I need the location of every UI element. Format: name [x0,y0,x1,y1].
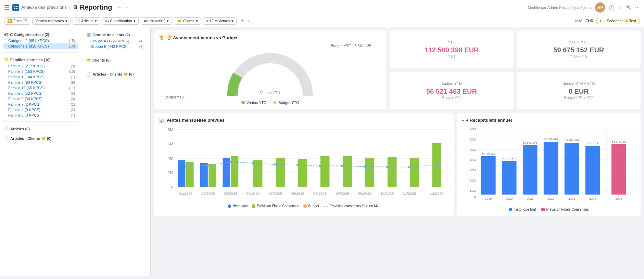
articles-clients2-title: 📄 Articles - Clients 🤝 (0) [86,71,147,78]
svg-text:60M: 60M [470,138,476,141]
ytd-label: YTD [448,40,455,44]
chevron-down-icon: ▾ [167,19,169,23]
chevron-down-icon: ▾ [65,19,67,23]
svg-text:03/2025: 03/2025 [224,192,238,195]
groupe-a-item[interactable]: Groupe A (1227 KPCS)(4) [86,38,147,44]
svg-text:40 770 622: 40 770 622 [481,152,495,155]
svg-text:52 543 145: 52 543 145 [523,141,537,144]
ventes-mensuelles-card: 📊 Ventes mensuelles prévues 8M 6M [154,113,454,216]
doc2-icon: 📄 [4,136,9,141]
articles-clients-title: 📄 Articles - Clients 🤝 (0) [3,135,78,142]
groupe-b-item[interactable]: Groupe B (442 KPCS)(2) [86,44,147,49]
breadcrumb-arrow: › [69,5,70,10]
svg-point-32 [229,161,232,163]
svg-text:4M: 4M [168,157,174,160]
nav-left-arrow[interactable]: ← [117,5,122,10]
famille-6-item[interactable]: Famille 6 (90 KPCS)(9) [3,80,78,85]
svg-text::: : [270,95,271,99]
filter-ventes[interactable]: Ventes clairsmes ▾ [32,17,70,25]
svg-text:2025: 2025 [615,197,622,200]
nav-right-arrow[interactable]: → [124,5,128,10]
clients-section: 🤝 Clients (0) [82,55,150,65]
legend-ventes-ytd: Ventes YTD [241,101,267,105]
avancement-title: 🏆 🏆 Avancement Ventes vs Budget [159,35,381,40]
famille-3-item[interactable]: Famille 3 (153 KPCS)(10) [3,69,78,74]
famille-8-item[interactable]: Famille 8 (0 KPCS)(7) [3,112,78,118]
svg-rect-22 [276,158,285,187]
svg-text:35 753 320: 35 753 320 [502,157,516,160]
famille-5-item[interactable]: Famille 5 (52 KPCS)(5) [3,91,78,96]
svg-text:2M: 2M [168,171,174,175]
consensus-line-legend [323,206,328,207]
famille-4-item[interactable]: Famille 4 (0 KPCS)(2) [3,107,78,112]
chart-icon: 📊 [159,118,164,123]
budget-ytd-ytg-sublabel: Budget YTD + YTG [564,96,593,100]
categorie-1-item[interactable]: Catégorie 1 (818 KPCS)(10) [3,43,78,49]
articles-title: 📄 Articles (0) [3,125,78,132]
scenario-value: Test [629,19,636,23]
legend-consensus-m1: Prévision consensus faite en M-1 [323,204,380,208]
ventes-chart-container: 8M 6M 4M 2M 0 [159,126,449,201]
svg-text:01/2025: 01/2025 [179,192,193,195]
ventes-legend: Historique Prévision Finale Consensus Bu… [159,204,449,208]
svg-rect-2 [16,6,17,7]
ytd-plus-sublabel: YTD + YTG [570,55,588,58]
avancement-card: 🏆 🏆 Avancement Ventes vs Budget Budget Y… [154,30,386,109]
svg-point-36 [319,165,321,167]
famille-1-item[interactable]: Famille 1 (144 KPCS)(1) [3,74,78,80]
scenario-badge[interactable]: ⟵ Scénario : Test [596,18,640,24]
avatar: AP [595,2,605,13]
filter-right: Unité : EUR ⟵ Scénario : Test [573,18,640,24]
svg-rect-80 [585,146,600,195]
star-icon[interactable]: ☆ [618,5,622,10]
svg-text:10/2025: 10/2025 [380,192,394,195]
svg-text:2022: 2022 [547,197,554,200]
main: 🏷 🏷 Catégorie article (2) Catégorie 2 (8… [0,27,644,276]
svg-rect-20 [231,156,239,187]
svg-text:12/2025: 12/2025 [430,192,444,195]
bar-01-historique [178,160,186,187]
groupe-clients-title: 🏢 Groupe de clients (2) [86,31,147,38]
groupe-clients-section: 🏢 Groupe de clients (2) Groupe A (1227 K… [82,30,150,51]
filter-icon: 🔽 [7,19,12,23]
filter-add-button[interactable]: + [239,17,246,25]
famille-9-item[interactable]: Famille 9 (30 KPCS)(3) [3,96,78,102]
svg-text:2020: 2020 [506,197,513,200]
categorie-2-item[interactable]: Catégorie 2 (851 KPCS)(15) [3,38,78,43]
svg-point-35 [296,164,299,166]
filter-classification[interactable]: 🏷 Classification ▾ [102,17,139,25]
legend-historique-brut: Historique brut [509,208,536,211]
tag-icon: 🏷 [4,32,8,37]
ventes-dot [241,101,245,104]
svg-rect-72 [502,161,517,195]
chevron-down-icon: ▾ [95,19,97,23]
page-title: Reporting [80,3,112,11]
svg-rect-28 [410,158,419,187]
menu-icon[interactable]: ☰ [4,4,10,11]
categorie-title: 🏷 🏷 Catégorie article (2) [3,31,78,38]
categorie-section: 🏷 🏷 Catégorie article (2) Catégorie 2 (8… [0,30,82,50]
svg-rect-74 [523,145,538,195]
svg-text:2024: 2024 [589,197,596,200]
famille-2-item[interactable]: Famille 2 (277 KPCS)(2) [3,63,78,69]
famille-10-item[interactable]: Famille 10 (65 KPCS)(11) [3,85,78,91]
svg-text:10M: 10M [470,189,476,192]
svg-text:05/2025: 05/2025 [268,192,282,195]
articles-clients2-section: 📄 Articles - Clients 🤝 (0) [82,69,150,79]
svg-text:8M: 8M [168,128,174,132]
filter-collapse-button[interactable]: ‹ [248,18,250,24]
history-icon[interactable]: 🕐 [609,5,615,10]
famille-7-item[interactable]: Famille 7 (2 KPCS)(1) [3,102,78,107]
svg-point-41 [437,163,439,165]
more-icon[interactable]: ⋯ [635,5,640,10]
filter-jp[interactable]: 🔽 Filtre JP [4,17,30,25]
svg-rect-19 [223,158,230,187]
filter-article-actif[interactable]: Article actif ? ▾ [141,17,172,25]
filter-12m-ventes[interactable]: < 12 M Ventes ▾ [203,17,237,25]
filter-clients[interactable]: 🤝 Clients ▾ [174,17,201,25]
svg-text:40M: 40M [470,158,476,162]
settings-icon[interactable]: 🔧 [626,5,632,10]
kpi-ytd-ytg-card: YTD + YTG 59 675 152 EUR YTD + YTG [517,30,641,68]
scenario-label: Scénario : [607,19,624,23]
filter-articles[interactable]: 📄 Articles ▾ [73,17,100,25]
